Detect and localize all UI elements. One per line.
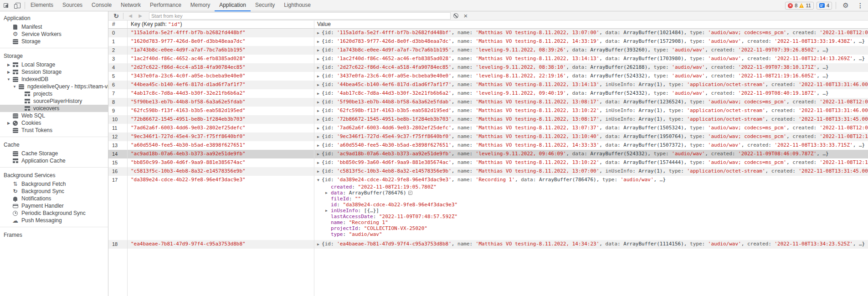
object-property-row[interactable]: lastAccessDate: "2022-11-09T07:48:57.592… [317, 214, 868, 219]
inspect-element-button[interactable] [0, 0, 12, 11]
table-row[interactable]: 6"44bea45c-b140-4ef6-817d-d1ad6f7af1f7"▶… [108, 81, 868, 89]
table-row[interactable]: 14"ac9ad18b-07a6-4eb3-b373-aa92e51de9fb"… [108, 150, 868, 158]
start-from-key-input[interactable] [149, 12, 451, 20]
column-header-number[interactable]: # [108, 20, 128, 28]
disclosure-triangle-icon[interactable]: ▶ [317, 150, 322, 158]
buffer-viewer-icon[interactable] [408, 191, 412, 195]
property-name: type [331, 231, 343, 237]
sidebar-item-cookies[interactable]: ▶Cookies [0, 119, 108, 127]
delete-selected-button[interactable] [461, 12, 471, 20]
tab-sources[interactable]: Sources [58, 0, 87, 11]
sidebar-item-ngdexielivequery-https-team-vidieditor-vi[interactable]: ▼ngdexieliveQuery - https://team-vidiedi… [0, 83, 108, 90]
tab-memory[interactable]: Memory [186, 0, 215, 11]
sidebar-item-projects[interactable]: projects [0, 90, 108, 97]
table-row[interactable]: 8"5f90be13-eb7b-44b8-bf58-6a3a62e5fdab"▶… [108, 98, 868, 107]
disclosure-triangle-icon[interactable]: ▶ [317, 72, 322, 81]
tab-performance[interactable]: Performance [145, 0, 186, 11]
disclosure-triangle-icon[interactable]: ▶ [325, 190, 330, 196]
object-property-row[interactable]: projectId: "COLLECTION-VX-25020" [317, 225, 868, 231]
issues-badge[interactable]: 4 [817, 2, 832, 10]
sidebar-item-push-messaging[interactable]: Push Messaging [0, 217, 108, 224]
tab-application[interactable]: Application [215, 0, 251, 11]
disclosure-triangle-icon[interactable]: ▶ [317, 98, 322, 107]
object-property-row[interactable]: type: "audio/wav" [317, 231, 868, 237]
table-row[interactable]: 10"72b86672-1545-4951-be8b-1f284eb3b703"… [108, 115, 868, 124]
disclosure-triangle-icon[interactable]: ▶ [317, 55, 322, 63]
sidebar-item-periodic-background-sync[interactable]: Periodic Background Sync [0, 209, 108, 217]
disclosure-triangle-icon[interactable]: ▶ [317, 116, 322, 124]
tab-network[interactable]: Network [116, 0, 145, 11]
clear-icon [453, 13, 458, 18]
sidebar-item-cache-storage[interactable]: Cache Storage [0, 150, 108, 157]
table-row[interactable]: 13"a60d5540-fee5-4b30-b5ad-e3898f627651"… [108, 141, 868, 150]
sidebar-item-trust-tokens[interactable]: Trust Tokens [0, 127, 108, 134]
sidebar-item-background-sync[interactable]: Background Sync [0, 188, 108, 195]
sidebar-item-sourceplayerhistory[interactable]: sourcePlayerHistory [0, 97, 108, 105]
section-divider [0, 48, 108, 48]
row-value-cell: ▶{id: '9ec346f1-727d-45e4-9c37-f75ff8640… [314, 133, 868, 141]
disclosure-triangle-icon[interactable]: ▶ [317, 133, 322, 141]
table-row[interactable]: 0"115a1dfa-5e2f-4fff-bf7b-b2682fd448bf"▶… [108, 29, 868, 37]
next-page-button[interactable]: ▶ [135, 12, 145, 20]
table-row[interactable]: 1"1620d783-9f77-426d-8e0f-d3bb48eaa7dc"▶… [108, 37, 868, 46]
disclosure-triangle-icon[interactable]: ▶ [317, 81, 322, 89]
tab-console[interactable]: Console [87, 0, 116, 11]
tree-collapsed-arrow-icon[interactable]: ▶ [5, 70, 12, 74]
disclosure-triangle-icon[interactable]: ▶ [317, 90, 322, 98]
disclosure-triangle-icon[interactable]: ▶ [317, 142, 322, 150]
sidebar-item-local-storage[interactable]: ▶Local Storage [0, 61, 108, 68]
disclosure-triangle-icon[interactable]: ▶ [317, 38, 322, 46]
tree-collapsed-arrow-icon[interactable]: ▶ [5, 121, 12, 125]
table-row[interactable]: 5"3437e0fa-23c6-4c0f-a05e-bcbeba9e40e0"▶… [108, 72, 868, 81]
console-errors-warnings-badge[interactable]: × 8 11 [785, 2, 814, 10]
sidebar-item-manifest[interactable]: Manifest [0, 23, 108, 31]
clear-object-store-button[interactable] [451, 12, 461, 20]
object-property-row[interactable]: ▶data: ArrayBuffer(786476) [317, 190, 868, 196]
sidebar-item-storage[interactable]: Storage [0, 38, 108, 45]
sidebar-item-background-fetch[interactable]: Background Fetch [0, 180, 108, 188]
more-options-kebab-button[interactable] [854, 0, 866, 11]
sidebar-item-session-storage[interactable]: ▶Session Storage [0, 68, 108, 76]
object-property-row[interactable]: fileId: "" [317, 196, 868, 202]
sidebar-item-label: Session Storage [21, 69, 62, 75]
table-row[interactable]: 12"9ec346f1-727d-45e4-9c37-f75ff8640bf0"… [108, 133, 868, 141]
disclosure-triangle-icon[interactable]: ▶ [317, 64, 322, 72]
table-row[interactable]: 4"2d27c622-f86d-4cc4-a518-4fa90784ec85"▶… [108, 63, 868, 72]
disclosure-triangle-icon[interactable]: ▶ [317, 124, 322, 133]
sidebar-item-payment-handler[interactable]: Payment Handler [0, 202, 108, 209]
sidebar-item-service-workers[interactable]: Service Workers [0, 31, 108, 38]
table-row[interactable]: 2"1a743b8c-e0ee-4d9f-a7af-7bc7a6b1b195"▶… [108, 46, 868, 55]
object-property-row[interactable]: name: "Recording 1" [317, 219, 868, 225]
refresh-button[interactable] [111, 12, 121, 20]
tree-expanded-arrow-icon[interactable]: ▼ [11, 85, 18, 89]
sidebar-item-application-cache[interactable]: Application Cache [0, 157, 108, 164]
disclosure-triangle-icon[interactable]: ▶ [317, 29, 322, 37]
object-property-row[interactable]: ▶inUseInfo: [{…}] [317, 208, 868, 214]
row-value-cell: ▶{id: '2d27c622-f86d-4cc4-a518-4fa90784e… [314, 63, 868, 72]
disclosure-triangle-icon[interactable]: ▶ [317, 46, 322, 55]
disclosure-triangle-icon[interactable]: ▶ [317, 107, 322, 115]
table-row[interactable]: 3"1ac2f40d-f86c-4652-ac46-efb8385ad028"▶… [108, 55, 868, 63]
toggle-device-toolbar-button[interactable] [12, 0, 24, 11]
row-key-cell: "1ac2f40d-f86c-4652-ac46-efb8385ad028" [128, 55, 314, 63]
tab-lighthouse[interactable]: Lighthouse [279, 0, 315, 11]
table-row[interactable]: 11"7ad62a6f-6003-4dd6-9e03-2802ef25defc"… [108, 124, 868, 133]
row-key-cell: "1a743b8c-e0ee-4d9f-a7af-7bc7a6b1b195" [128, 46, 314, 55]
table-row[interactable]: 7"4ab17c8c-7d8a-44d3-b30f-32e21fb6b6a2"▶… [108, 89, 868, 98]
sidebar-item-web-sql[interactable]: Web SQL [0, 112, 108, 119]
tree-expanded-arrow-icon[interactable]: ▼ [5, 77, 12, 82]
object-property-row[interactable]: id: "da389e24-cdce-4b22-9fe8-96e4f3dac9e… [317, 202, 868, 208]
tab-security[interactable]: Security [251, 0, 279, 11]
sidebar-item-voiceovers[interactable]: voiceovers [0, 105, 108, 112]
table-row[interactable]: 9"62fc598b-f13f-4163-b3b5-eab582d195ed"▶… [108, 107, 868, 115]
settings-gear-button[interactable] [840, 0, 852, 11]
object-property-row[interactable]: created: "2022-11-08T21:19:05.780Z" [317, 184, 868, 190]
tree-collapsed-arrow-icon[interactable]: ▶ [5, 63, 12, 67]
sidebar-item-indexeddb[interactable]: ▼IndexedDB [0, 76, 108, 83]
disclosure-triangle-icon[interactable]: ▶ [325, 208, 330, 214]
sidebar-item-notifications[interactable]: Notifications [0, 195, 108, 202]
column-header-key[interactable]: Key (Key path: "id") [128, 20, 314, 28]
column-header-value[interactable]: Value [314, 20, 868, 28]
tab-elements[interactable]: Elements [26, 0, 58, 11]
previous-page-button[interactable]: ◀ [125, 12, 135, 20]
